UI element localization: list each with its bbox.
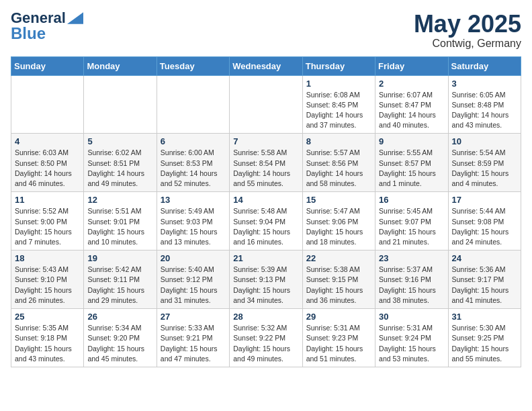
day-number: 14 (233, 195, 298, 205)
day-number: 17 (452, 195, 517, 205)
day-info: Sunrise: 6:05 AMSunset: 8:48 PMDaylight:… (452, 90, 517, 131)
day-number: 21 (233, 253, 298, 263)
day-cell: 2Sunrise: 6:07 AMSunset: 8:47 PMDaylight… (375, 75, 448, 134)
day-cell: 3Sunrise: 6:05 AMSunset: 8:48 PMDaylight… (448, 75, 521, 134)
day-info: Sunrise: 5:31 AMSunset: 9:24 PMDaylight:… (379, 323, 444, 364)
col-header-tuesday: Tuesday (157, 56, 229, 75)
day-cell (84, 75, 157, 134)
day-number: 29 (306, 312, 371, 322)
day-cell: 6Sunrise: 6:00 AMSunset: 8:53 PMDaylight… (157, 134, 229, 192)
day-info: Sunrise: 5:54 AMSunset: 8:59 PMDaylight:… (452, 148, 517, 189)
day-info: Sunrise: 5:30 AMSunset: 9:25 PMDaylight:… (452, 323, 517, 364)
day-cell: 16Sunrise: 5:45 AMSunset: 9:07 PMDayligh… (375, 192, 448, 250)
day-info: Sunrise: 5:38 AMSunset: 9:15 PMDaylight:… (306, 265, 371, 306)
day-cell: 28Sunrise: 5:32 AMSunset: 9:22 PMDayligh… (230, 309, 302, 367)
calendar-header: SundayMondayTuesdayWednesdayThursdayFrid… (11, 56, 521, 75)
day-number: 11 (15, 195, 80, 205)
day-info: Sunrise: 6:02 AMSunset: 8:51 PMDaylight:… (87, 148, 152, 189)
day-cell (11, 75, 84, 134)
logo-text: General (11, 11, 66, 26)
week-row-4: 25Sunrise: 5:35 AMSunset: 9:18 PMDayligh… (11, 309, 521, 367)
day-info: Sunrise: 6:07 AMSunset: 8:47 PMDaylight:… (379, 90, 444, 131)
day-cell: 9Sunrise: 5:55 AMSunset: 8:57 PMDaylight… (375, 134, 448, 192)
day-cell: 4Sunrise: 6:03 AMSunset: 8:50 PMDaylight… (11, 134, 84, 192)
day-info: Sunrise: 5:57 AMSunset: 8:56 PMDaylight:… (306, 148, 371, 189)
week-row-2: 11Sunrise: 5:52 AMSunset: 9:00 PMDayligh… (11, 192, 521, 250)
logo: General Blue (11, 11, 83, 42)
day-number: 13 (161, 195, 226, 205)
day-cell: 26Sunrise: 5:34 AMSunset: 9:20 PMDayligh… (84, 309, 157, 367)
day-number: 20 (161, 253, 226, 263)
day-info: Sunrise: 5:40 AMSunset: 9:12 PMDaylight:… (161, 265, 226, 306)
day-info: Sunrise: 5:55 AMSunset: 8:57 PMDaylight:… (379, 148, 444, 189)
day-info: Sunrise: 5:42 AMSunset: 9:11 PMDaylight:… (87, 265, 152, 306)
day-cell: 25Sunrise: 5:35 AMSunset: 9:18 PMDayligh… (11, 309, 84, 367)
svg-marker-0 (67, 12, 83, 24)
day-cell: 12Sunrise: 5:51 AMSunset: 9:01 PMDayligh… (84, 192, 157, 250)
day-number: 18 (15, 253, 80, 263)
location-title: Contwig, Germany (414, 38, 521, 50)
day-info: Sunrise: 5:44 AMSunset: 9:08 PMDaylight:… (452, 206, 517, 247)
logo-icon (67, 12, 83, 24)
week-row-1: 4Sunrise: 6:03 AMSunset: 8:50 PMDaylight… (11, 134, 521, 192)
day-number: 26 (87, 312, 152, 322)
day-cell: 14Sunrise: 5:48 AMSunset: 9:04 PMDayligh… (230, 192, 302, 250)
day-cell: 7Sunrise: 5:58 AMSunset: 8:54 PMDaylight… (230, 134, 302, 192)
day-number: 23 (379, 253, 444, 263)
day-info: Sunrise: 5:45 AMSunset: 9:07 PMDaylight:… (379, 206, 444, 247)
day-number: 19 (87, 253, 152, 263)
day-info: Sunrise: 5:43 AMSunset: 9:10 PMDaylight:… (15, 265, 80, 306)
day-number: 16 (379, 195, 444, 205)
day-number: 10 (452, 136, 517, 146)
day-cell: 24Sunrise: 5:36 AMSunset: 9:17 PMDayligh… (448, 250, 521, 309)
day-cell: 5Sunrise: 6:02 AMSunset: 8:51 PMDaylight… (84, 134, 157, 192)
col-header-saturday: Saturday (448, 56, 521, 75)
day-info: Sunrise: 5:51 AMSunset: 9:01 PMDaylight:… (87, 206, 152, 247)
day-cell: 27Sunrise: 5:33 AMSunset: 9:21 PMDayligh… (157, 309, 229, 367)
title-block: May 2025 Contwig, Germany (414, 11, 521, 50)
day-info: Sunrise: 5:36 AMSunset: 9:17 PMDaylight:… (452, 265, 517, 306)
day-info: Sunrise: 5:52 AMSunset: 9:00 PMDaylight:… (15, 206, 80, 247)
month-title: May 2025 (414, 11, 521, 38)
week-row-3: 18Sunrise: 5:43 AMSunset: 9:10 PMDayligh… (11, 250, 521, 309)
day-cell (157, 75, 229, 134)
day-info: Sunrise: 5:37 AMSunset: 9:16 PMDaylight:… (379, 265, 444, 306)
day-number: 27 (161, 312, 226, 322)
day-info: Sunrise: 6:08 AMSunset: 8:45 PMDaylight:… (306, 90, 371, 131)
day-info: Sunrise: 5:33 AMSunset: 9:21 PMDaylight:… (161, 323, 226, 364)
day-info: Sunrise: 5:49 AMSunset: 9:03 PMDaylight:… (161, 206, 226, 247)
day-cell: 1Sunrise: 6:08 AMSunset: 8:45 PMDaylight… (302, 75, 375, 134)
day-number: 31 (452, 312, 517, 322)
day-number: 24 (452, 253, 517, 263)
day-cell: 30Sunrise: 5:31 AMSunset: 9:24 PMDayligh… (375, 309, 448, 367)
day-info: Sunrise: 5:47 AMSunset: 9:06 PMDaylight:… (306, 206, 371, 247)
day-info: Sunrise: 5:39 AMSunset: 9:13 PMDaylight:… (233, 265, 298, 306)
day-cell: 31Sunrise: 5:30 AMSunset: 9:25 PMDayligh… (448, 309, 521, 367)
header-row: SundayMondayTuesdayWednesdayThursdayFrid… (11, 56, 521, 75)
day-cell: 21Sunrise: 5:39 AMSunset: 9:13 PMDayligh… (230, 250, 302, 309)
day-number: 12 (87, 195, 152, 205)
day-number: 3 (452, 79, 517, 89)
day-number: 28 (233, 312, 298, 322)
day-info: Sunrise: 6:03 AMSunset: 8:50 PMDaylight:… (15, 148, 80, 189)
day-cell: 29Sunrise: 5:31 AMSunset: 9:23 PMDayligh… (302, 309, 375, 367)
day-number: 22 (306, 253, 371, 263)
day-info: Sunrise: 5:32 AMSunset: 9:22 PMDaylight:… (233, 323, 298, 364)
day-cell: 19Sunrise: 5:42 AMSunset: 9:11 PMDayligh… (84, 250, 157, 309)
day-number: 9 (379, 136, 444, 146)
col-header-sunday: Sunday (11, 56, 84, 75)
day-number: 7 (233, 136, 298, 146)
col-header-thursday: Thursday (302, 56, 375, 75)
day-cell (230, 75, 302, 134)
day-number: 30 (379, 312, 444, 322)
logo-blue-text: Blue (11, 26, 46, 42)
day-number: 8 (306, 136, 371, 146)
day-number: 5 (87, 136, 152, 146)
day-info: Sunrise: 5:31 AMSunset: 9:23 PMDaylight:… (306, 323, 371, 364)
day-number: 25 (15, 312, 80, 322)
col-header-wednesday: Wednesday (230, 56, 302, 75)
day-cell: 8Sunrise: 5:57 AMSunset: 8:56 PMDaylight… (302, 134, 375, 192)
day-cell: 11Sunrise: 5:52 AMSunset: 9:00 PMDayligh… (11, 192, 84, 250)
calendar-table: SundayMondayTuesdayWednesdayThursdayFrid… (11, 56, 521, 367)
day-cell: 10Sunrise: 5:54 AMSunset: 8:59 PMDayligh… (448, 134, 521, 192)
